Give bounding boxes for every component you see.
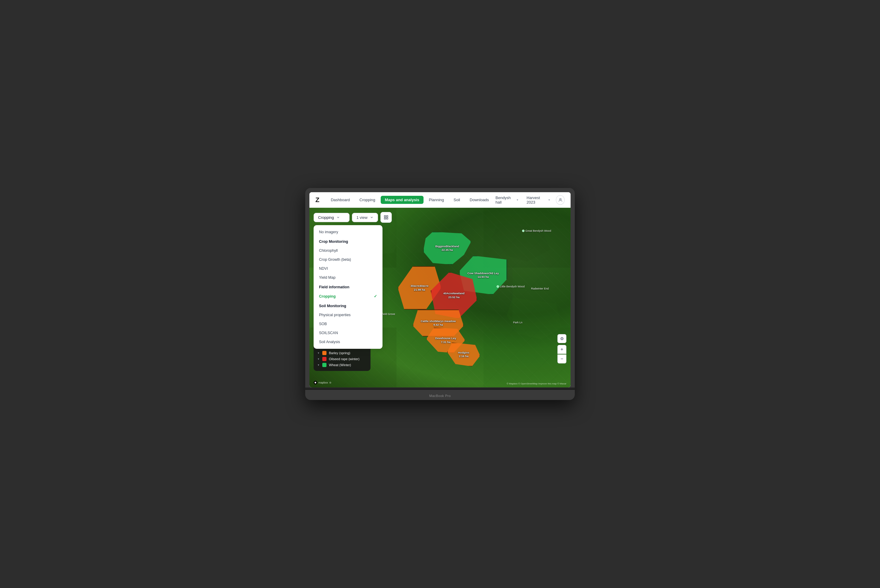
zoom-out-button[interactable]: −: [557, 354, 566, 363]
laptop-hinge: [305, 387, 575, 390]
svg-point-12: [314, 382, 316, 383]
map-container[interactable]: BigginsBlackland22.35 ha Cow ShaddowsOld…: [309, 208, 571, 387]
map-controls: ⚙ + −: [557, 334, 566, 363]
label-radwinter: Radwinter End: [531, 287, 549, 290]
svg-rect-10: [384, 218, 386, 219]
field-hodgins-label: Hodgins2.16 ha: [458, 351, 469, 358]
legend-label-oilseed: Oilseed rape (winter): [329, 357, 359, 361]
laptop-frame: Z Dashboard Cropping Maps and analysis P…: [305, 188, 575, 400]
menu-item-yield-map[interactable]: Yield Map: [314, 273, 383, 282]
field-cowshaddows-label: Cow ShaddowsOld Ley14.93 ha: [467, 272, 499, 279]
menu-item-label: NDVI: [319, 267, 328, 271]
mapbox-text: mapbox: [318, 381, 328, 384]
select-chevron-icon: [336, 216, 340, 219]
legend-label-barley: Barley (spring): [329, 351, 350, 355]
svg-point-0: [560, 198, 561, 200]
season-chevron-icon: ▾: [548, 198, 550, 201]
map-copyright: © Mapbox © OpenStreetMap Improve this ma…: [506, 382, 566, 385]
top-navigation: Z Dashboard Cropping Maps and analysis P…: [309, 192, 571, 208]
layer-select-value: Cropping: [318, 215, 334, 220]
nav-right: Bendysh hall ▾ Harvest 2023 ▾: [493, 194, 565, 206]
menu-item-crop-growth[interactable]: Crop Growth (beta): [314, 255, 383, 264]
menu-header-label: Soil Monitoring: [319, 304, 346, 308]
mapbox-logo: mapbox ⊕: [314, 381, 332, 384]
legend-expand-icon[interactable]: ▾: [318, 357, 319, 360]
menu-item-no-imagery[interactable]: No imagery: [314, 228, 383, 237]
farm-name: Bendysh hall: [496, 195, 515, 204]
legend-expand-icon[interactable]: ▾: [318, 351, 319, 354]
zoom-in-button[interactable]: +: [557, 345, 566, 354]
label-park-ln: Park Ln: [513, 321, 523, 324]
menu-item-physical-properties[interactable]: Physical properties: [314, 310, 383, 320]
svg-rect-11: [386, 218, 388, 219]
menu-item-cropping[interactable]: Cropping ✓: [314, 292, 383, 301]
nav-item-maps[interactable]: Maps and analysis: [381, 196, 423, 204]
legend-item-wheat: ▾ Wheat (Winter): [318, 362, 366, 368]
svg-rect-9: [386, 216, 388, 217]
field-40acre-label: 40AcreNewland23.52 ha: [443, 292, 464, 299]
field-30acre-label: 30acre40acre21.98 ha: [410, 284, 428, 292]
nav-item-cropping[interactable]: Cropping: [355, 196, 380, 204]
field-cattleshot-label: Cattle shotMarys meadow9.42 ha: [420, 320, 456, 327]
compare-icon: [384, 215, 389, 220]
legend-label-wheat: Wheat (Winter): [329, 363, 351, 367]
layer-select[interactable]: Cropping: [314, 213, 350, 222]
view-chevron-icon: [370, 216, 374, 219]
map-settings-button[interactable]: ⚙: [557, 334, 566, 343]
user-account-icon[interactable]: [556, 195, 565, 205]
farm-chevron-icon: ▾: [517, 198, 518, 201]
laptop-bottom-bar: MacBook Pro: [309, 392, 571, 400]
menu-item-label: Physical properties: [319, 313, 351, 317]
menu-header-label: Crop Monitoring: [319, 240, 348, 244]
nav-item-planning[interactable]: Planning: [425, 196, 448, 204]
mapbox-dot-icon: [314, 381, 317, 384]
laptop-screen: Z Dashboard Cropping Maps and analysis P…: [309, 192, 571, 387]
view-count: 1 view: [356, 215, 368, 220]
nav-item-dashboard[interactable]: Dashboard: [326, 196, 354, 204]
menu-item-soilscan[interactable]: SOILSCAN: [314, 328, 383, 338]
checkmark-icon: ✓: [374, 294, 377, 298]
app-logo: Z: [315, 196, 319, 204]
mapbox-improve[interactable]: ⊕: [329, 381, 332, 384]
season-name: Harvest 2023: [527, 195, 547, 204]
menu-item-label: Cropping: [319, 294, 336, 298]
laptop-model: MacBook Pro: [429, 394, 451, 398]
poi-dot: [522, 230, 524, 232]
compare-button[interactable]: [380, 212, 392, 223]
nav-items: Dashboard Cropping Maps and analysis Pla…: [326, 196, 493, 204]
legend-color-wheat: [322, 363, 326, 367]
poi-great-bendysh: Great Bendysh Wood: [522, 230, 551, 232]
svg-rect-8: [384, 216, 386, 217]
menu-item-soil-analysis[interactable]: Soil Analysis: [314, 338, 383, 346]
layer-dropdown-menu: No imagery Crop Monitoring Chlorophyll C…: [314, 225, 383, 349]
nav-item-downloads[interactable]: Downloads: [466, 196, 493, 204]
poi-little-bendysh: Little Bendysh Wood: [497, 285, 524, 288]
legend-item-barley: ▾ Barley (spring): [318, 350, 366, 356]
menu-header-label: Field information: [319, 285, 349, 289]
field-bigginsblackland-label: BigginsBlackland22.35 ha: [435, 244, 459, 252]
menu-item-ndvi[interactable]: NDVI: [314, 264, 383, 273]
poi-dot: [497, 285, 499, 288]
menu-header-soil-monitoring: Soil Monitoring: [314, 301, 383, 310]
poi-label: Little Bendysh Wood: [500, 285, 524, 288]
farm-selector[interactable]: Bendysh hall ▾: [493, 194, 521, 206]
menu-item-label: SOILSCAN: [319, 331, 338, 335]
menu-item-label: Chlorophyll: [319, 249, 338, 253]
nav-item-soil[interactable]: Soil: [449, 196, 464, 204]
menu-header-field-info: Field information: [314, 282, 383, 292]
menu-item-label: SOB: [319, 322, 327, 326]
menu-item-sob[interactable]: SOB: [314, 320, 383, 328]
legend-color-oilseed: [322, 357, 326, 361]
menu-header-crop-monitoring: Crop Monitoring: [314, 237, 383, 246]
view-selector[interactable]: 1 view: [352, 213, 378, 222]
menu-item-label: Yield Map: [319, 276, 335, 280]
menu-item-chlorophyll[interactable]: Chlorophyll: [314, 246, 383, 255]
menu-item-label: Soil Analysis: [319, 340, 340, 344]
menu-item-label: No imagery: [319, 230, 338, 234]
legend-expand-icon[interactable]: ▾: [318, 363, 319, 366]
map-toolbar: Cropping 1 view: [314, 212, 392, 223]
menu-item-label: Crop Growth (beta): [319, 258, 351, 262]
poi-label: Great Bendysh Wood: [526, 230, 551, 232]
legend-color-barley: [322, 351, 326, 355]
season-selector[interactable]: Harvest 2023 ▾: [524, 194, 552, 206]
